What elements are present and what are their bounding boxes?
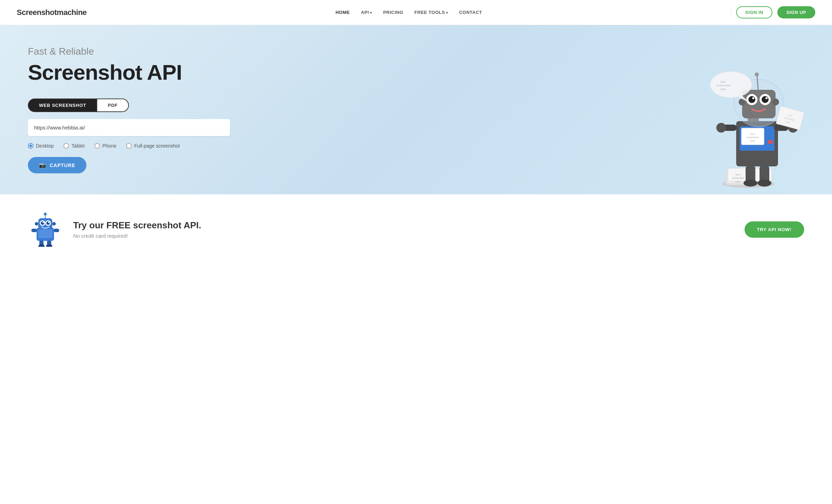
svg-text:your: your: [721, 80, 726, 83]
bottom-section: Try our FREE screenshot API. No credit c…: [0, 194, 832, 264]
svg-point-58: [46, 244, 52, 247]
nav-pricing[interactable]: PRICING: [383, 10, 403, 15]
svg-text:screenshot: screenshot: [732, 177, 744, 179]
signin-button[interactable]: SIGN IN: [736, 6, 772, 18]
bottom-text: Try our FREE screenshot API. No credit c…: [73, 220, 201, 239]
svg-point-28: [716, 123, 726, 133]
hero-title: Screenshot API: [28, 60, 230, 85]
nav-contact[interactable]: CONTACT: [459, 10, 482, 15]
logo-text-light: Screenshot: [17, 8, 57, 17]
try-api-button[interactable]: TRY API NOW!: [745, 221, 804, 238]
radio-circle-tablet: [63, 143, 69, 149]
url-input-wrapper: [28, 119, 230, 136]
chevron-down-icon: ▾: [370, 11, 372, 15]
radio-desktop[interactable]: Desktop: [28, 143, 54, 149]
radio-circle-phone: [94, 143, 100, 149]
signup-button[interactable]: SIGN UP: [777, 6, 815, 18]
screenshot-type-tabs: WEB SCREENSHOT PDF: [28, 99, 230, 112]
chevron-down-icon: ▾: [446, 11, 448, 15]
svg-point-54: [44, 213, 47, 215]
tab-web-screenshot[interactable]: WEB SCREENSHOT: [28, 99, 97, 112]
nav-api[interactable]: API▾: [361, 10, 372, 15]
svg-text:screenshot: screenshot: [747, 136, 758, 139]
svg-point-42: [744, 180, 757, 187]
robot-illustration: your screenshot here your screenshot her…: [700, 48, 811, 194]
radio-circle-desktop: [28, 143, 33, 149]
svg-rect-59: [31, 229, 37, 232]
tab-pdf[interactable]: PDF: [97, 99, 129, 112]
header: Screenshotmachine HOME API▾ PRICING FREE…: [0, 0, 832, 25]
main-nav: HOME API▾ PRICING FREE TOOLS▾ CONTACT: [336, 10, 482, 15]
camera-icon: 📷: [39, 162, 46, 168]
svg-rect-16: [742, 90, 776, 118]
bottom-subtext: No credit card required!: [73, 233, 201, 239]
radio-tablet[interactable]: Tablet: [63, 143, 84, 149]
nav-free-tools[interactable]: FREE TOOLS▾: [414, 10, 448, 15]
svg-point-22: [765, 97, 768, 99]
logo[interactable]: Screenshotmachine: [17, 8, 87, 17]
svg-rect-60: [54, 229, 59, 232]
svg-point-21: [752, 97, 754, 99]
header-actions: SIGN IN SIGN UP: [731, 6, 815, 18]
svg-point-49: [41, 221, 44, 225]
logo-text-bold: machine: [57, 8, 87, 17]
svg-point-24: [755, 72, 759, 77]
svg-point-20: [762, 96, 769, 103]
capture-button[interactable]: 📷 CAPTURE: [28, 157, 86, 173]
svg-text:your: your: [735, 173, 740, 176]
svg-text:here: here: [735, 180, 740, 183]
svg-text:your: your: [750, 133, 755, 135]
radio-fullpage[interactable]: Full-page screenshot: [126, 143, 180, 149]
hero-content: Fast & Reliable Screenshot API WEB SCREE…: [28, 46, 230, 173]
svg-point-19: [748, 96, 755, 103]
nav-separator: [731, 9, 731, 16]
svg-point-51: [43, 222, 44, 223]
svg-text:screenshot: screenshot: [716, 84, 730, 87]
svg-point-52: [48, 222, 49, 223]
bottom-headline: Try our FREE screenshot API.: [73, 220, 201, 231]
svg-rect-13: [768, 140, 773, 144]
radio-phone[interactable]: Phone: [94, 143, 116, 149]
svg-point-62: [52, 222, 56, 226]
svg-text:here: here: [721, 88, 726, 91]
hero-subtitle: Fast & Reliable: [28, 46, 230, 57]
hero-section: Fast & Reliable Screenshot API WEB SCREE…: [0, 25, 832, 194]
svg-point-26: [772, 99, 779, 105]
svg-point-61: [35, 222, 38, 226]
device-radio-group: Desktop Tablet Phone Full-page screensho…: [28, 143, 230, 149]
svg-text:here: here: [750, 140, 755, 142]
url-input[interactable]: [28, 119, 230, 136]
svg-rect-45: [38, 229, 52, 238]
svg-point-50: [46, 221, 50, 225]
bottom-left: Try our FREE screenshot API. No credit c…: [28, 212, 201, 247]
small-robot-illustration: [28, 212, 63, 247]
svg-point-43: [757, 180, 771, 187]
nav-home[interactable]: HOME: [336, 10, 350, 15]
svg-point-57: [38, 244, 45, 247]
radio-circle-fullpage: [126, 143, 132, 149]
